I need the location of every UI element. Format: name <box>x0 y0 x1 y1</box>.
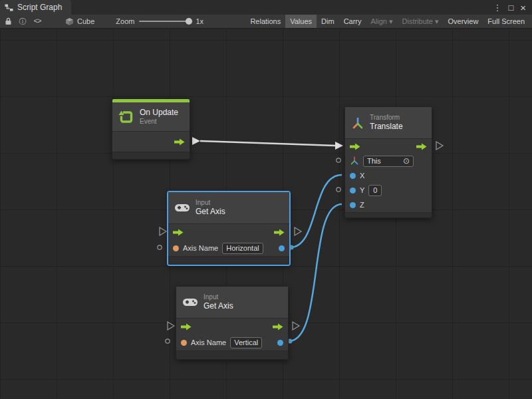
node-footer <box>345 212 432 217</box>
button-full-screen[interactable]: Full Screen <box>483 15 529 28</box>
button-overview[interactable]: Overview <box>444 15 483 28</box>
axis-name-label: Axis Name <box>183 244 218 252</box>
button-relations[interactable]: Relations <box>245 15 285 28</box>
flow-row <box>176 319 288 334</box>
transform-icon <box>351 116 364 130</box>
code-preview-icon[interactable]: <> <box>32 16 43 27</box>
cube-icon <box>65 17 74 26</box>
node-header: Input Get Axis <box>168 192 289 224</box>
window-maximize-button[interactable]: □ <box>508 3 513 12</box>
node-footer <box>168 256 289 265</box>
script-graph-icon <box>5 4 13 11</box>
object-picker-icon[interactable]: ⊙ <box>403 157 410 165</box>
node-category: Input <box>196 199 225 207</box>
zoom-slider[interactable] <box>139 21 191 22</box>
button-carry[interactable]: Carry <box>339 15 366 28</box>
node-footer <box>112 152 190 159</box>
axis-name-row: Axis Name Vertical <box>176 334 288 350</box>
node-title: On Update <box>140 108 178 118</box>
x-label: X <box>360 172 364 180</box>
gamepad-icon <box>182 297 198 307</box>
flow-row <box>168 224 289 240</box>
zoom-value: 1x <box>196 17 203 25</box>
lock-icon[interactable] <box>3 16 13 27</box>
info-icon[interactable]: ⓘ <box>17 16 28 27</box>
gamepad-icon <box>174 203 190 213</box>
button-dim[interactable]: Dim <box>317 15 339 28</box>
z-label: Z <box>360 201 364 209</box>
flow-input-port[interactable] <box>181 323 192 331</box>
flow-output-row <box>112 132 190 152</box>
node-translate[interactable]: Transform Translate This ⊙ X Y 0 <box>344 106 432 218</box>
zoom-label: Zoom <box>116 17 134 25</box>
axis-name-field[interactable]: Horizontal <box>222 243 263 254</box>
axis-name-input-port[interactable] <box>173 245 179 251</box>
window-close-button[interactable]: × <box>520 3 526 13</box>
axis-name-row: Axis Name Horizontal <box>168 240 289 256</box>
axis-name-field[interactable]: Vertical <box>230 337 262 348</box>
x-input-row: X <box>345 168 432 183</box>
node-header: Transform Translate <box>345 107 432 139</box>
node-get-axis-vertical[interactable]: Input Get Axis Axis Name Vertical <box>176 286 289 360</box>
y-input-row: Y 0 <box>345 183 432 198</box>
node-header: Input Get Axis <box>176 287 288 319</box>
z-value-port[interactable] <box>350 202 356 208</box>
dropdown-arrow-icon: ▾ <box>389 17 393 26</box>
z-input-row: Z <box>345 198 432 212</box>
graph-context[interactable]: Cube <box>65 17 94 26</box>
graph-toolbar: ⓘ <> Cube Zoom 1x Relations Values Dim C… <box>0 15 532 29</box>
context-label: Cube <box>77 17 94 25</box>
flow-output-port[interactable] <box>274 229 285 236</box>
node-title: Translate <box>370 122 403 132</box>
on-update-loop-icon <box>118 109 134 125</box>
tab-title: Script Graph <box>17 3 62 12</box>
this-object-field[interactable]: This ⊙ <box>363 156 414 167</box>
y-label: Y <box>360 186 364 194</box>
button-distribute[interactable]: Distribute ▾ <box>398 15 444 28</box>
node-category: Transform <box>370 114 403 122</box>
node-on-update[interactable]: On Update Event <box>112 98 190 160</box>
flow-output-port[interactable] <box>416 143 427 150</box>
axis-name-label: Axis Name <box>191 338 226 346</box>
node-header: On Update Event <box>112 102 190 132</box>
node-title: Get Axis <box>203 301 233 311</box>
result-output-port[interactable] <box>279 245 285 251</box>
node-subtitle: Event <box>140 118 178 126</box>
title-bar: Script Graph ⋮ □ × <box>0 0 532 15</box>
this-value: This <box>367 156 381 166</box>
this-row: This ⊙ <box>345 154 432 168</box>
flow-input-port[interactable] <box>350 143 360 150</box>
node-get-axis-horizontal[interactable]: Input Get Axis Axis Name Horizontal <box>168 192 290 265</box>
y-value-port[interactable] <box>350 188 356 194</box>
node-footer <box>176 350 288 359</box>
y-value-field[interactable]: 0 <box>368 185 382 196</box>
flow-output-port[interactable] <box>174 138 185 146</box>
window-menu-button[interactable]: ⋮ <box>493 3 501 12</box>
zoom-slider-handle[interactable] <box>186 18 192 25</box>
x-value-port[interactable] <box>350 173 356 179</box>
axis-gizmo-icon <box>350 156 359 166</box>
tab-script-graph[interactable]: Script Graph <box>0 0 71 15</box>
button-align[interactable]: Align ▾ <box>366 15 398 28</box>
result-output-port[interactable] <box>277 340 283 346</box>
flow-input-port[interactable] <box>173 229 184 236</box>
dropdown-arrow-icon: ▾ <box>435 17 439 26</box>
node-category: Input <box>203 293 233 302</box>
flow-output-port[interactable] <box>273 323 283 331</box>
button-values[interactable]: Values <box>285 15 317 28</box>
node-title: Get Axis <box>196 207 225 217</box>
axis-name-input-port[interactable] <box>181 340 187 346</box>
flow-row <box>345 139 432 154</box>
